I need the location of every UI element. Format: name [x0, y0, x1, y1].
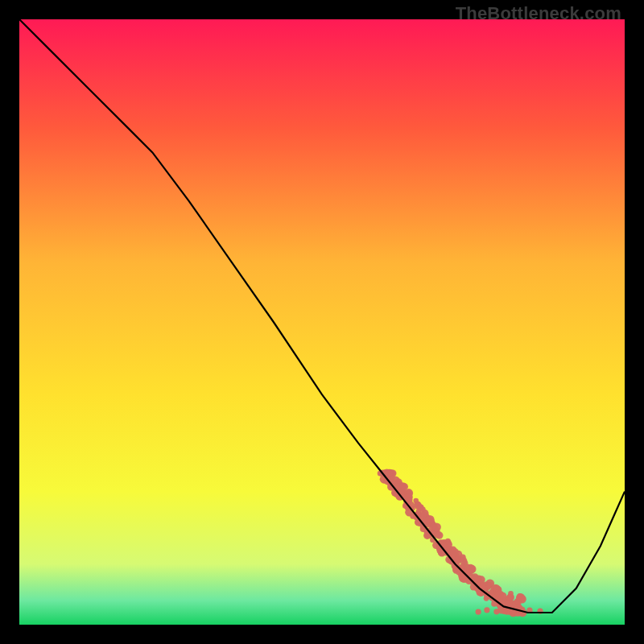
svg-point-140	[451, 548, 459, 556]
svg-point-81	[420, 507, 425, 512]
svg-point-260	[476, 609, 481, 615]
svg-point-259	[516, 593, 525, 602]
svg-point-201	[486, 583, 492, 588]
chart-svg	[19, 19, 625, 625]
svg-point-261	[484, 607, 489, 613]
svg-point-245	[508, 594, 514, 601]
svg-point-263	[502, 609, 507, 614]
svg-point-18	[386, 469, 393, 477]
svg-point-108	[436, 531, 443, 539]
svg-point-100	[432, 522, 441, 531]
chart-frame: TheBottleneck.com	[0, 0, 644, 644]
svg-point-125	[446, 540, 452, 546]
svg-point-262	[493, 609, 499, 614]
plot-area	[19, 19, 625, 625]
svg-point-165	[466, 564, 475, 573]
